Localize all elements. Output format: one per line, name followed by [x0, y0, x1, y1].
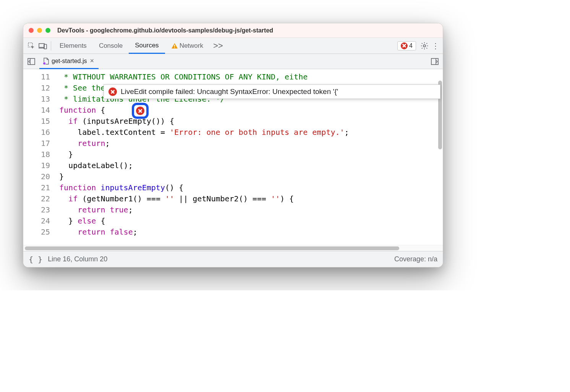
code-editor[interactable]: 111213141516171819202122232425 * WITHOUT… [23, 69, 443, 245]
cursor-position: Line 16, Column 20 [48, 255, 107, 263]
error-icon [401, 42, 408, 49]
coverage-status: Coverage: n/a [394, 255, 437, 263]
modified-dot-icon [43, 62, 46, 65]
scrollbar-thumb[interactable] [25, 246, 399, 250]
divider [51, 41, 51, 50]
error-marker-highlight [132, 103, 149, 119]
svg-point-5 [423, 45, 426, 47]
horizontal-scrollbar[interactable] [23, 245, 443, 251]
tab-network[interactable]: Network [165, 38, 209, 53]
line-gutter: 111213141516171819202122232425 [23, 69, 58, 245]
tab-sources[interactable]: Sources [129, 38, 165, 54]
more-options-button[interactable]: ⋮ [431, 41, 440, 50]
close-tab-button[interactable]: × [89, 57, 95, 65]
sources-subbar: get-started.js × [23, 54, 443, 69]
tab-label: Elements [60, 42, 87, 50]
main-toolbar: Elements Console Sources Network >> 4 ⋮ [23, 38, 443, 54]
inspect-element-icon[interactable] [26, 40, 37, 52]
tab-label: Network [180, 42, 203, 50]
tooltip-message: LiveEdit compile failed: Uncaught Syntax… [121, 87, 338, 96]
tab-elements[interactable]: Elements [53, 38, 93, 53]
error-count: 4 [409, 42, 413, 49]
tab-label: Sources [135, 42, 159, 49]
warning-icon [171, 43, 178, 49]
svg-rect-4 [174, 47, 175, 48]
titlebar: DevTools - googlechrome.github.io/devtoo… [23, 23, 443, 38]
minimize-window-button[interactable] [37, 28, 42, 33]
settings-button[interactable] [418, 40, 431, 52]
pretty-print-button[interactable]: { } [29, 255, 42, 264]
tab-label: Console [99, 42, 123, 50]
error-count-badge[interactable]: 4 [397, 41, 416, 50]
file-name: get-started.js [52, 58, 87, 65]
panel-tabs: Elements Console Sources Network [53, 38, 209, 53]
more-tabs-button[interactable]: >> [209, 41, 227, 51]
error-icon [108, 87, 117, 96]
file-icon [43, 58, 49, 65]
debugger-toggle-icon[interactable] [429, 56, 440, 67]
devtools-window: DevTools - googlechrome.github.io/devtoo… [23, 23, 443, 267]
svg-rect-1 [39, 44, 44, 47]
maximize-window-button[interactable] [45, 28, 50, 33]
tab-console[interactable]: Console [93, 38, 129, 53]
close-window-button[interactable] [29, 28, 34, 33]
navigator-toggle-icon[interactable] [26, 56, 37, 67]
window-controls [29, 28, 50, 33]
error-tooltip: LiveEdit compile failed: Uncaught Syntax… [104, 84, 440, 99]
window-title: DevTools - googlechrome.github.io/devtoo… [57, 27, 273, 34]
status-bar: { } Line 16, Column 20 Coverage: n/a [23, 251, 443, 267]
device-toolbar-icon[interactable] [37, 40, 49, 52]
file-tab[interactable]: get-started.js × [39, 54, 99, 69]
svg-rect-3 [174, 45, 175, 47]
error-icon [136, 107, 144, 115]
